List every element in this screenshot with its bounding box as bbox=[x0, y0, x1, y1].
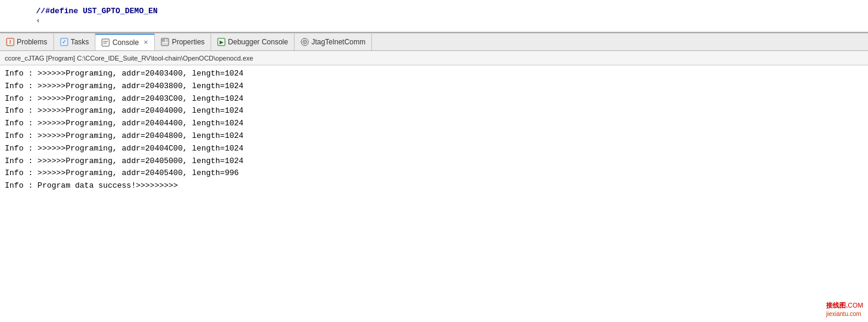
svg-text:!: ! bbox=[10, 39, 11, 45]
console-close-icon[interactable]: ✕ bbox=[143, 39, 148, 46]
tab-tasks-label: Tasks bbox=[71, 38, 89, 46]
console-icon bbox=[101, 38, 110, 47]
svg-rect-9 bbox=[166, 39, 168, 42]
watermark-com: COM bbox=[848, 302, 863, 309]
console-line-5: Info : >>>>>>Programing, addr=20404800, … bbox=[0, 130, 868, 143]
code-line: //#define UST_GPTO_DEMO_EN bbox=[36, 7, 868, 16]
tab-console-label: Console bbox=[112, 38, 139, 47]
svg-text:✓: ✓ bbox=[62, 39, 67, 45]
tab-jtag[interactable]: JtagTelnetComm bbox=[295, 34, 372, 50]
tab-jtag-label: JtagTelnetComm bbox=[311, 38, 365, 46]
console-line-9: Info : Program data success!>>>>>>>>> bbox=[0, 180, 868, 192]
tab-tasks[interactable]: ✓ Tasks bbox=[54, 34, 96, 50]
tab-bar: ! Problems ✓ Tasks Console bbox=[0, 33, 868, 51]
svg-rect-10 bbox=[162, 43, 168, 45]
tab-problems[interactable]: ! Problems bbox=[0, 34, 54, 50]
watermark-text: 接线图. bbox=[826, 302, 848, 309]
console-line-7: Info : >>>>>>Programing, addr=20405000, … bbox=[0, 155, 868, 168]
debugger-console-icon: ▶ bbox=[217, 38, 226, 46]
jtag-icon bbox=[301, 38, 309, 46]
svg-rect-4 bbox=[102, 39, 109, 46]
code-area: //#define UST_GPTO_DEMO_EN ‹ bbox=[0, 0, 868, 33]
watermark: 接线图.COM jiexiantu.com bbox=[826, 301, 863, 317]
console-line-6: Info : >>>>>>Programing, addr=20404C00, … bbox=[0, 143, 868, 155]
console-output: Info : >>>>>>Programing, addr=20403400, … bbox=[0, 65, 868, 322]
session-bar: ccore_cJTAG [Program] C:\CCore_IDE_Suite… bbox=[0, 51, 868, 65]
problems-icon: ! bbox=[6, 38, 14, 46]
tab-debugger-label: Debugger Console bbox=[228, 38, 288, 46]
svg-point-15 bbox=[304, 41, 305, 43]
console-line-0: Info : >>>>>>Programing, addr=20403400, … bbox=[0, 68, 868, 80]
console-line-4: Info : >>>>>>Programing, addr=20404400, … bbox=[0, 118, 868, 130]
tab-debugger-console[interactable]: ▶ Debugger Console bbox=[211, 34, 295, 50]
tab-properties[interactable]: Properties bbox=[155, 34, 211, 50]
tab-problems-label: Problems bbox=[17, 38, 47, 46]
console-line-8: Info : >>>>>>Programing, addr=20405400, … bbox=[0, 167, 868, 180]
properties-icon bbox=[161, 38, 169, 46]
svg-rect-8 bbox=[162, 39, 165, 42]
svg-text:▶: ▶ bbox=[220, 40, 224, 45]
tab-console[interactable]: Console ✕ bbox=[95, 34, 155, 50]
console-line-1: Info : >>>>>>Programing, addr=20403800, … bbox=[0, 80, 868, 93]
watermark-subtext: jiexiantu.com bbox=[826, 311, 861, 317]
tasks-icon: ✓ bbox=[60, 38, 68, 46]
main-container: //#define UST_GPTO_DEMO_EN ‹ ! Problems … bbox=[0, 0, 868, 322]
scroll-arrow[interactable]: ‹ bbox=[36, 17, 868, 25]
session-text: ccore_cJTAG [Program] C:\CCore_IDE_Suite… bbox=[5, 55, 253, 62]
tab-properties-label: Properties bbox=[172, 38, 205, 46]
console-line-2: Info : >>>>>>Programing, addr=20403C00, … bbox=[0, 93, 868, 106]
console-line-3: Info : >>>>>>Programing, addr=20404000, … bbox=[0, 105, 868, 118]
